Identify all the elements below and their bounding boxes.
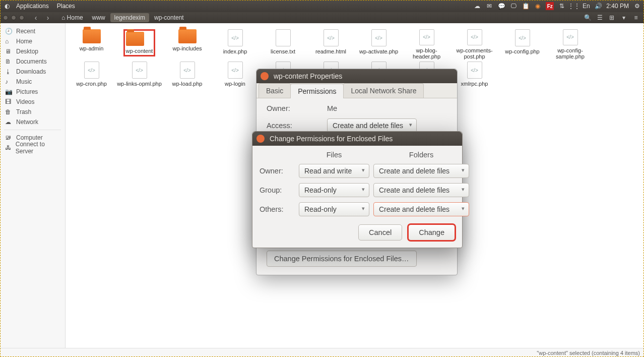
file-item[interactable]: </>wp-config.php bbox=[498, 28, 546, 60]
file-item[interactable]: wp-content bbox=[115, 28, 163, 60]
grid-view-icon[interactable]: ⊞ bbox=[607, 13, 617, 22]
file-item[interactable]: </>wp-login bbox=[211, 61, 259, 92]
file-item[interactable]: </>wp-blog-header.php bbox=[403, 28, 450, 60]
row-group-label: Group: bbox=[260, 186, 295, 194]
minimize-window-icon[interactable] bbox=[11, 15, 16, 20]
gnome-top-panel: ◐ Applications Places ☁ ✉ 💬 🖵 📋 ◉ Fz ⇅ ⋮… bbox=[0, 0, 644, 12]
folder-icon bbox=[126, 32, 144, 46]
file-item[interactable]: wp-includes bbox=[163, 28, 211, 60]
file-label: readme.html bbox=[315, 48, 346, 54]
file-item[interactable]: </>wp-load.php bbox=[163, 61, 211, 92]
notes-icon[interactable]: 📋 bbox=[522, 2, 530, 10]
search-icon[interactable]: 🔍 bbox=[583, 13, 593, 22]
zoom-down-icon[interactable]: ▾ bbox=[619, 13, 629, 22]
sidebar-item-trash[interactable]: 🗑Trash bbox=[0, 107, 65, 117]
script-file-icon: </> bbox=[515, 29, 530, 46]
ubuntu-logo-icon: ◐ bbox=[3, 2, 11, 10]
wifi-icon[interactable]: ⋮⋮ bbox=[570, 2, 578, 10]
others-folders-dropdown[interactable]: Create and delete files bbox=[373, 202, 469, 216]
access-label: Access: bbox=[267, 122, 327, 130]
server-icon: 🖧 bbox=[5, 144, 12, 151]
crumb-legendexim[interactable]: legendexim bbox=[110, 13, 149, 22]
sidebar-item-connect-server[interactable]: 🖧Connect to Server bbox=[0, 143, 65, 153]
nav-back-button[interactable]: ‹ bbox=[31, 13, 40, 22]
menu-places[interactable]: Places bbox=[54, 3, 78, 10]
firefox-icon[interactable]: ◉ bbox=[534, 2, 542, 10]
others-files-dropdown[interactable]: Read-only bbox=[299, 202, 369, 216]
file-item[interactable]: </>wp-comments-post.php bbox=[450, 28, 498, 60]
owner-files-dropdown[interactable]: Read and write bbox=[299, 164, 369, 178]
chat-icon[interactable]: 💬 bbox=[497, 2, 505, 10]
change-button[interactable]: Change bbox=[408, 224, 455, 241]
nav-forward-button[interactable]: › bbox=[43, 13, 52, 22]
access-dropdown[interactable]: Create and delete files bbox=[327, 118, 417, 133]
status-text: "wp-content" selected (containing 4 item… bbox=[537, 350, 640, 356]
sidebar-item-network[interactable]: ☁Network bbox=[0, 117, 65, 127]
column-header-files: Files bbox=[299, 151, 369, 159]
file-item[interactable]: </>wp-config-sample.php bbox=[546, 28, 594, 60]
crumb-wp-content[interactable]: wp-content bbox=[150, 13, 188, 22]
cancel-button[interactable]: Cancel bbox=[358, 224, 402, 241]
close-window-icon[interactable] bbox=[3, 15, 8, 20]
desktop-icon: 🖥 bbox=[5, 48, 12, 55]
sidebar-item-pictures[interactable]: 📷Pictures bbox=[0, 87, 65, 97]
volume-icon[interactable]: 🔊 bbox=[594, 2, 602, 10]
folder-icon bbox=[83, 29, 101, 43]
dialog-title-text: Change Permissions for Enclosed Files bbox=[270, 135, 393, 143]
filezilla-icon[interactable]: Fz bbox=[546, 2, 554, 10]
hamburger-icon[interactable]: ≡ bbox=[631, 13, 641, 22]
maximize-window-icon[interactable] bbox=[19, 15, 24, 20]
change-enclosed-permissions-button[interactable]: Change Permissions for Enclosed Files… bbox=[267, 251, 417, 267]
crumb-www[interactable]: www bbox=[88, 13, 109, 22]
file-label: wp-comments-post.php bbox=[452, 47, 497, 60]
sidebar-item-recent[interactable]: 🕘Recent bbox=[0, 26, 65, 36]
owner-folders-dropdown[interactable]: Create and delete files bbox=[373, 164, 469, 178]
file-item[interactable]: </>readme.html bbox=[307, 28, 355, 60]
folder-icon bbox=[178, 29, 197, 43]
sidebar-item-home[interactable]: ⌂Home bbox=[0, 36, 65, 46]
weather-icon[interactable]: ☁ bbox=[473, 2, 481, 10]
crumb-home[interactable]: ⌂ Home bbox=[57, 13, 87, 22]
file-label: wp-content bbox=[126, 48, 153, 54]
script-file-icon: </> bbox=[180, 62, 195, 79]
sidebar-item-documents[interactable]: 🗎Documents bbox=[0, 56, 65, 67]
list-view-icon[interactable]: ☰ bbox=[595, 13, 605, 22]
properties-dialog-title[interactable]: wp-content Properties bbox=[256, 69, 457, 83]
script-file-icon: </> bbox=[324, 29, 339, 46]
file-item[interactable]: </>wp-links-opml.php bbox=[115, 61, 163, 92]
tab-permissions[interactable]: Permissions bbox=[290, 84, 344, 98]
clock[interactable]: 2:40 PM bbox=[606, 3, 629, 10]
tab-local-network-share[interactable]: Local Network Share bbox=[343, 83, 424, 98]
file-label: wp-blog-header.php bbox=[404, 47, 449, 60]
mail-icon[interactable]: ✉ bbox=[485, 2, 493, 10]
file-item[interactable]: </>index.php bbox=[211, 28, 259, 60]
gear-icon[interactable]: ⚙ bbox=[633, 2, 641, 10]
sidebar-item-desktop[interactable]: 🖥Desktop bbox=[0, 46, 65, 56]
row-owner-label: Owner: bbox=[260, 167, 295, 175]
file-item[interactable]: </>wp-activate.php bbox=[355, 28, 403, 60]
sidebar-item-downloads[interactable]: ⭳Downloads bbox=[0, 67, 65, 77]
language-indicator[interactable]: En bbox=[582, 2, 590, 10]
file-label: xmlrpc.php bbox=[461, 81, 488, 87]
documents-icon: 🗎 bbox=[5, 58, 12, 65]
file-item[interactable]: </>xmlrpc.php bbox=[450, 61, 498, 92]
display-icon[interactable]: 🖵 bbox=[509, 2, 518, 10]
group-folders-dropdown[interactable]: Create and delete files bbox=[373, 183, 469, 197]
file-item[interactable]: </>wp-cron.php bbox=[68, 61, 115, 92]
file-item[interactable]: wp-admin bbox=[68, 28, 115, 60]
sidebar-item-videos[interactable]: 🎞Videos bbox=[0, 97, 65, 107]
file-label: wp-activate.php bbox=[359, 48, 398, 54]
places-sidebar: 🕘Recent ⌂Home 🖥Desktop 🗎Documents ⭳Downl… bbox=[0, 23, 66, 348]
file-item[interactable]: license.txt bbox=[259, 28, 307, 60]
tab-basic[interactable]: Basic bbox=[259, 83, 291, 98]
text-file-icon bbox=[276, 29, 291, 46]
change-permissions-title[interactable]: Change Permissions for Enclosed Files bbox=[252, 132, 462, 146]
group-files-dropdown[interactable]: Read-only bbox=[299, 183, 369, 197]
close-icon[interactable] bbox=[261, 72, 269, 80]
music-icon: ♪ bbox=[5, 78, 12, 85]
sidebar-item-music[interactable]: ♪Music bbox=[0, 77, 65, 87]
close-icon[interactable] bbox=[256, 135, 265, 143]
menu-applications[interactable]: Applications bbox=[13, 3, 52, 10]
network-icon[interactable]: ⇅ bbox=[558, 2, 566, 10]
window-controls bbox=[3, 15, 24, 20]
